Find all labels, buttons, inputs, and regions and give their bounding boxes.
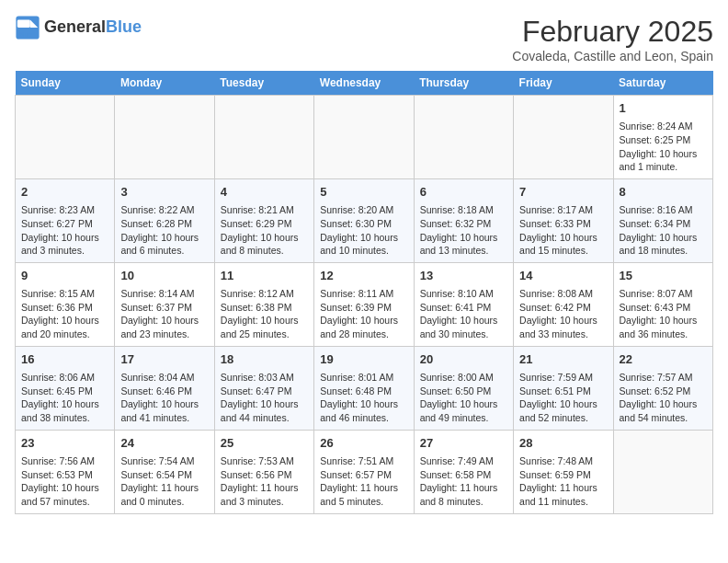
day-info: Sunrise: 8:20 AM Sunset: 6:30 PM Dayligh… (320, 203, 407, 258)
calendar-day-21: 21Sunrise: 7:59 AM Sunset: 6:51 PM Dayli… (514, 346, 613, 430)
day-info: Sunrise: 8:18 AM Sunset: 6:32 PM Dayligh… (420, 203, 507, 258)
calendar-day-24: 24Sunrise: 7:54 AM Sunset: 6:54 PM Dayli… (115, 430, 214, 513)
day-info: Sunrise: 7:54 AM Sunset: 6:54 PM Dayligh… (120, 454, 208, 509)
calendar-day-19: 19Sunrise: 8:01 AM Sunset: 6:48 PM Dayli… (314, 346, 414, 430)
day-number: 6 (420, 184, 507, 201)
calendar-day-16: 16Sunrise: 8:06 AM Sunset: 6:45 PM Dayli… (16, 346, 115, 430)
day-info: Sunrise: 8:22 AM Sunset: 6:28 PM Dayligh… (120, 203, 208, 258)
logo-text: GeneralBlue (44, 18, 142, 37)
day-info: Sunrise: 7:59 AM Sunset: 6:51 PM Dayligh… (519, 371, 607, 425)
calendar-day-27: 27Sunrise: 7:49 AM Sunset: 6:58 PM Dayli… (414, 430, 513, 513)
svg-text:Blue: Blue (19, 31, 32, 38)
day-number: 8 (620, 184, 707, 201)
weekday-header-friday: Friday (514, 71, 613, 96)
day-number: 15 (620, 268, 707, 284)
day-number: 25 (221, 435, 308, 452)
logo-icon: Blue (15, 15, 40, 40)
day-info: Sunrise: 7:57 AM Sunset: 6:52 PM Dayligh… (620, 371, 707, 425)
calendar-week-4: 16Sunrise: 8:06 AM Sunset: 6:45 PM Dayli… (16, 346, 713, 430)
weekday-header-row: SundayMondayTuesdayWednesdayThursdayFrid… (16, 71, 713, 96)
weekday-header-thursday: Thursday (414, 71, 513, 96)
calendar-day-26: 26Sunrise: 7:51 AM Sunset: 6:57 PM Dayli… (314, 430, 414, 513)
calendar-day-7: 7Sunrise: 8:17 AM Sunset: 6:33 PM Daylig… (514, 178, 613, 262)
day-number: 28 (519, 435, 607, 452)
day-number: 5 (320, 184, 407, 201)
day-info: Sunrise: 8:08 AM Sunset: 6:42 PM Dayligh… (519, 287, 607, 341)
calendar-day-empty (514, 96, 613, 179)
calendar-day-9: 9Sunrise: 8:15 AM Sunset: 6:36 PM Daylig… (16, 262, 115, 346)
day-number: 24 (120, 435, 208, 452)
calendar-day-17: 17Sunrise: 8:04 AM Sunset: 6:46 PM Dayli… (115, 346, 214, 430)
calendar-day-28: 28Sunrise: 7:48 AM Sunset: 6:59 PM Dayli… (514, 430, 613, 513)
day-info: Sunrise: 8:16 AM Sunset: 6:34 PM Dayligh… (620, 203, 707, 258)
calendar-day-empty (16, 96, 115, 179)
calendar-day-14: 14Sunrise: 8:08 AM Sunset: 6:42 PM Dayli… (514, 262, 613, 346)
day-number: 19 (320, 351, 407, 368)
day-info: Sunrise: 8:21 AM Sunset: 6:29 PM Dayligh… (221, 203, 308, 258)
calendar-day-3: 3Sunrise: 8:22 AM Sunset: 6:28 PM Daylig… (115, 178, 214, 262)
day-number: 26 (320, 435, 407, 452)
calendar-day-13: 13Sunrise: 8:10 AM Sunset: 6:41 PM Dayli… (414, 262, 513, 346)
calendar-day-empty (115, 96, 214, 179)
calendar-day-22: 22Sunrise: 7:57 AM Sunset: 6:52 PM Dayli… (613, 346, 712, 430)
weekday-header-sunday: Sunday (16, 71, 115, 96)
day-number: 21 (519, 351, 607, 368)
location-title: Covaleda, Castille and Leon, Spain (512, 49, 713, 63)
day-number: 11 (221, 268, 308, 284)
day-number: 7 (519, 184, 607, 201)
day-info: Sunrise: 8:15 AM Sunset: 6:36 PM Dayligh… (21, 287, 108, 341)
day-number: 9 (21, 268, 108, 284)
day-info: Sunrise: 8:12 AM Sunset: 6:38 PM Dayligh… (221, 287, 308, 341)
calendar-day-4: 4Sunrise: 8:21 AM Sunset: 6:29 PM Daylig… (214, 178, 313, 262)
day-number: 1 (620, 100, 707, 117)
day-number: 18 (221, 351, 308, 368)
calendar-day-23: 23Sunrise: 7:56 AM Sunset: 6:53 PM Dayli… (16, 430, 115, 513)
day-number: 14 (519, 268, 607, 284)
day-info: Sunrise: 8:01 AM Sunset: 6:48 PM Dayligh… (320, 371, 407, 425)
calendar-day-empty (414, 96, 513, 179)
day-info: Sunrise: 8:23 AM Sunset: 6:27 PM Dayligh… (21, 203, 108, 258)
calendar-day-5: 5Sunrise: 8:20 AM Sunset: 6:30 PM Daylig… (314, 178, 414, 262)
day-info: Sunrise: 7:49 AM Sunset: 6:58 PM Dayligh… (420, 454, 507, 509)
calendar-day-empty (314, 96, 414, 179)
day-number: 10 (120, 268, 208, 284)
calendar-day-18: 18Sunrise: 8:03 AM Sunset: 6:47 PM Dayli… (214, 346, 313, 430)
logo: Blue GeneralBlue (15, 15, 142, 40)
calendar-week-3: 9Sunrise: 8:15 AM Sunset: 6:36 PM Daylig… (16, 262, 713, 346)
day-number: 16 (21, 351, 108, 368)
day-info: Sunrise: 8:17 AM Sunset: 6:33 PM Dayligh… (519, 203, 607, 258)
calendar-day-20: 20Sunrise: 8:00 AM Sunset: 6:50 PM Dayli… (414, 346, 513, 430)
day-info: Sunrise: 8:06 AM Sunset: 6:45 PM Dayligh… (21, 371, 108, 425)
weekday-header-monday: Monday (115, 71, 214, 96)
month-title: February 2025 (512, 15, 713, 49)
weekday-header-wednesday: Wednesday (314, 71, 414, 96)
calendar-day-10: 10Sunrise: 8:14 AM Sunset: 6:37 PM Dayli… (115, 262, 214, 346)
day-number: 23 (21, 435, 108, 452)
day-info: Sunrise: 8:04 AM Sunset: 6:46 PM Dayligh… (120, 371, 208, 425)
svg-rect-2 (17, 20, 30, 28)
calendar-day-25: 25Sunrise: 7:53 AM Sunset: 6:56 PM Dayli… (214, 430, 313, 513)
calendar-week-2: 2Sunrise: 8:23 AM Sunset: 6:27 PM Daylig… (16, 178, 713, 262)
calendar-day-8: 8Sunrise: 8:16 AM Sunset: 6:34 PM Daylig… (613, 178, 712, 262)
day-number: 22 (620, 351, 707, 368)
calendar-day-6: 6Sunrise: 8:18 AM Sunset: 6:32 PM Daylig… (414, 178, 513, 262)
day-number: 2 (21, 184, 108, 201)
day-number: 27 (420, 435, 507, 452)
day-number: 20 (420, 351, 507, 368)
day-number: 17 (120, 351, 208, 368)
day-info: Sunrise: 8:03 AM Sunset: 6:47 PM Dayligh… (221, 371, 308, 425)
title-area: February 2025 Covaleda, Castille and Leo… (512, 15, 713, 63)
day-info: Sunrise: 8:24 AM Sunset: 6:25 PM Dayligh… (620, 120, 707, 174)
day-info: Sunrise: 8:14 AM Sunset: 6:37 PM Dayligh… (120, 287, 208, 341)
calendar-week-5: 23Sunrise: 7:56 AM Sunset: 6:53 PM Dayli… (16, 430, 713, 513)
day-number: 13 (420, 268, 507, 284)
calendar-day-11: 11Sunrise: 8:12 AM Sunset: 6:38 PM Dayli… (214, 262, 313, 346)
weekday-header-tuesday: Tuesday (214, 71, 313, 96)
weekday-header-saturday: Saturday (613, 71, 712, 96)
day-info: Sunrise: 8:00 AM Sunset: 6:50 PM Dayligh… (420, 371, 507, 425)
day-number: 4 (221, 184, 308, 201)
day-info: Sunrise: 7:51 AM Sunset: 6:57 PM Dayligh… (320, 454, 407, 509)
calendar-week-1: 1Sunrise: 8:24 AM Sunset: 6:25 PM Daylig… (16, 96, 713, 179)
calendar-day-1: 1Sunrise: 8:24 AM Sunset: 6:25 PM Daylig… (613, 96, 712, 179)
calendar-day-empty (214, 96, 313, 179)
